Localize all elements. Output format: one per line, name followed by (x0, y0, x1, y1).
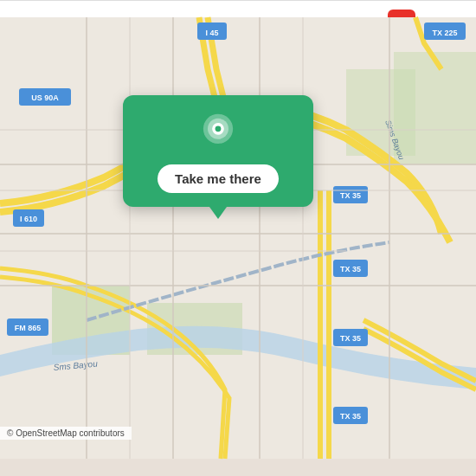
svg-rect-5 (394, 52, 476, 164)
map-pin-icon (197, 113, 239, 154)
svg-text:US 90A: US 90A (31, 93, 59, 102)
attribution: © OpenStreetMap contributors (0, 427, 132, 440)
svg-text:TX 35: TX 35 (340, 265, 361, 273)
take-me-there-button[interactable]: Take me there (158, 164, 279, 193)
svg-text:TX 35: TX 35 (340, 191, 361, 200)
svg-text:TX 35: TX 35 (340, 334, 361, 343)
svg-text:TX 35: TX 35 (340, 412, 361, 421)
svg-text:TX 225: TX 225 (432, 29, 457, 37)
map-background: US 90A I 45 TX 225 I 610 I 610 TX 35 TX … (0, 0, 476, 476)
svg-point-43 (215, 125, 222, 132)
popup-card: Take me there (123, 95, 313, 207)
svg-text:I 610: I 610 (20, 215, 37, 223)
svg-text:FM 865: FM 865 (15, 324, 42, 332)
svg-text:I 45: I 45 (205, 29, 218, 37)
map-container: US 90A I 45 TX 225 I 610 I 610 TX 35 TX … (0, 0, 476, 476)
